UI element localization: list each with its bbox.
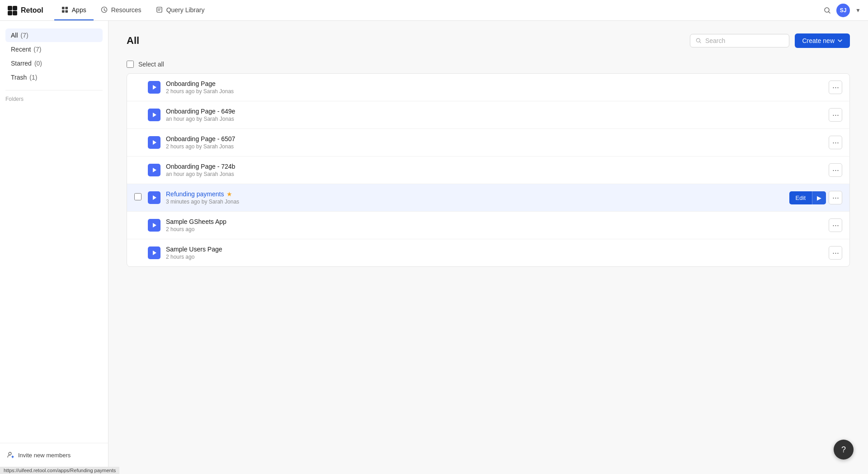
- help-icon: ?: [841, 445, 846, 455]
- sidebar-bottom: Invite new members: [0, 443, 108, 467]
- logo[interactable]: Retool: [7, 5, 43, 15]
- main-header: All Create new: [127, 33, 850, 48]
- sidebar-trash-count: (1): [29, 74, 37, 81]
- play-button-649e[interactable]: [148, 109, 160, 121]
- play-button-724b[interactable]: [148, 164, 160, 176]
- more-button-649e[interactable]: ⋯: [829, 108, 842, 122]
- star-icon-refunding-payments[interactable]: ★: [226, 190, 232, 198]
- more-button-onboarding-page[interactable]: ⋯: [829, 81, 842, 94]
- nav-item-resources[interactable]: Resources: [94, 0, 149, 20]
- app-meta-refunding-payments: 3 minutes ago by Sarah Jonas: [166, 199, 784, 205]
- row-actions-users-page: ⋯: [829, 246, 842, 260]
- svg-rect-9: [157, 7, 162, 12]
- svg-point-11: [9, 452, 11, 455]
- svg-rect-1: [13, 6, 17, 10]
- select-all-row: Select all: [127, 59, 850, 73]
- app-row-gsheets: Sample GSheets App 2 hours ago ⋯: [127, 212, 849, 239]
- sidebar-trash-label: Trash: [11, 74, 27, 81]
- sidebar-item-all[interactable]: All (7): [5, 28, 103, 42]
- app-name-649e: Onboarding Page - 649e: [166, 108, 823, 115]
- svg-marker-15: [153, 140, 156, 145]
- nav-search-button[interactable]: [824, 7, 831, 14]
- sidebar-recent-count: (7): [33, 46, 41, 53]
- app-row-users-page: Sample Users Page 2 hours ago ⋯: [127, 239, 849, 266]
- app-info-users-page: Sample Users Page 2 hours ago: [166, 246, 823, 260]
- svg-marker-18: [153, 223, 156, 228]
- app-info-onboarding-page: Onboarding Page 2 hours ago by Sarah Jon…: [166, 80, 823, 95]
- nav-item-query-library[interactable]: Query Library: [149, 0, 212, 20]
- svg-marker-13: [153, 85, 156, 90]
- folders-label: Folders: [0, 94, 108, 106]
- edit-button-main[interactable]: Edit: [789, 191, 812, 204]
- app-name-724b: Onboarding Page - 724b: [166, 163, 823, 170]
- sidebar-all-count: (7): [21, 32, 28, 39]
- more-button-users-page[interactable]: ⋯: [829, 246, 842, 260]
- status-url: https://uifeed.retool.com/apps/Refunding…: [4, 468, 116, 473]
- svg-marker-14: [153, 113, 156, 117]
- app-meta-onboarding-page: 2 hours ago by Sarah Jonas: [166, 88, 823, 95]
- sidebar-all-label: All: [11, 32, 18, 39]
- more-button-gsheets[interactable]: ⋯: [829, 218, 842, 232]
- sidebar-recent-label: Recent: [11, 46, 31, 53]
- app-info-649e: Onboarding Page - 649e an hour ago by Sa…: [166, 108, 823, 122]
- sidebar-item-recent[interactable]: Recent (7): [5, 43, 103, 56]
- app-info-6507: Onboarding Page - 6507 2 hours ago by Sa…: [166, 135, 823, 150]
- app-meta-gsheets: 2 hours ago: [166, 226, 823, 232]
- play-button-users-page[interactable]: [148, 246, 160, 259]
- app-meta-6507: 2 hours ago by Sarah Jonas: [166, 143, 823, 150]
- play-button-gsheets[interactable]: [148, 219, 160, 232]
- row-actions-refunding-payments: Edit ▶ ⋯: [789, 191, 842, 204]
- app-info-refunding-payments: Refunding payments ★ 3 minutes ago by Sa…: [166, 190, 784, 205]
- logo-text: Retool: [21, 6, 43, 14]
- create-new-button[interactable]: Create new: [795, 33, 850, 48]
- nav-item-apps[interactable]: Apps: [54, 0, 94, 20]
- search-box: [690, 34, 789, 47]
- resources-icon: [101, 6, 108, 14]
- svg-rect-0: [8, 6, 12, 10]
- create-new-chevron-icon: [837, 38, 843, 43]
- retool-logo-icon: [7, 5, 17, 15]
- checkbox-refunding-payments[interactable]: [134, 193, 142, 200]
- main-content: All Create new Select all: [108, 21, 868, 474]
- more-button-refunding-payments[interactable]: ⋯: [829, 191, 842, 204]
- play-button-6507[interactable]: [148, 136, 160, 149]
- row-actions-649e: ⋯: [829, 108, 842, 122]
- edit-button-arrow[interactable]: ▶: [812, 191, 826, 204]
- status-bar: https://uifeed.retool.com/apps/Refunding…: [0, 467, 119, 474]
- nav-items: Apps Resources Query Library: [54, 0, 212, 20]
- search-input[interactable]: [705, 37, 783, 44]
- app-row-724b: Onboarding Page - 724b an hour ago by Sa…: [127, 156, 849, 184]
- svg-marker-17: [153, 195, 156, 200]
- select-all-checkbox[interactable]: [127, 61, 134, 68]
- row-actions-6507: ⋯: [829, 136, 842, 149]
- app-row-onboarding-page: Onboarding Page 2 hours ago by Sarah Jon…: [127, 74, 849, 101]
- app-row-649e: Onboarding Page - 649e an hour ago by Sa…: [127, 101, 849, 129]
- help-button[interactable]: ?: [834, 440, 854, 460]
- svg-rect-2: [8, 11, 12, 15]
- row-checkbox-refunding-payments[interactable]: [134, 193, 142, 202]
- query-library-icon: [156, 6, 163, 14]
- more-button-6507[interactable]: ⋯: [829, 136, 842, 149]
- play-button-onboarding-page[interactable]: [148, 81, 160, 94]
- avatar[interactable]: SJ: [836, 4, 850, 17]
- invite-label: Invite new members: [18, 452, 71, 459]
- sidebar-item-starred[interactable]: Starred (0): [5, 57, 103, 70]
- app-name-users-page: Sample Users Page: [166, 246, 823, 253]
- create-new-label: Create new: [802, 37, 835, 44]
- avatar-chevron-icon[interactable]: ▼: [855, 7, 861, 14]
- app-name-refunding-payments[interactable]: Refunding payments ★: [166, 190, 784, 198]
- app-row-6507: Onboarding Page - 6507 2 hours ago by Sa…: [127, 129, 849, 156]
- app-list: Onboarding Page 2 hours ago by Sarah Jon…: [127, 73, 850, 267]
- app-meta-649e: an hour ago by Sarah Jonas: [166, 116, 823, 122]
- app-info-724b: Onboarding Page - 724b an hour ago by Sa…: [166, 163, 823, 177]
- sidebar-nav: All (7) Recent (7) Starred (0) Trash (1): [0, 28, 108, 85]
- svg-rect-3: [13, 11, 17, 15]
- invite-members-button[interactable]: Invite new members: [5, 449, 103, 461]
- more-button-724b[interactable]: ⋯: [829, 163, 842, 177]
- app-row-refunding-payments: Refunding payments ★ 3 minutes ago by Sa…: [127, 184, 849, 212]
- sidebar-item-trash[interactable]: Trash (1): [5, 71, 103, 84]
- play-button-refunding-payments[interactable]: [148, 191, 160, 204]
- sidebar: All (7) Recent (7) Starred (0) Trash (1)…: [0, 21, 108, 474]
- row-actions-gsheets: ⋯: [829, 218, 842, 232]
- sidebar-starred-count: (0): [34, 60, 42, 67]
